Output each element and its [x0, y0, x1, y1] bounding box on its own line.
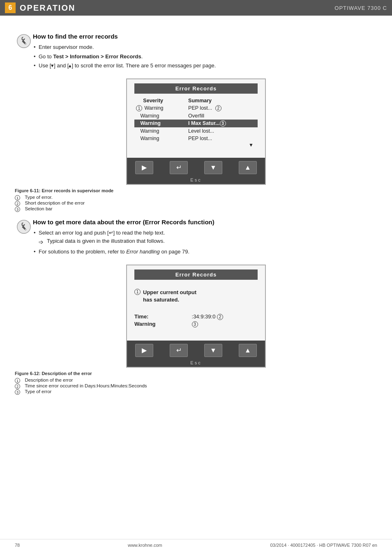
svg-point-3: [25, 229, 26, 230]
screen2-container: Error Records 1 Upper current outputhas …: [15, 265, 377, 368]
model-name: OPTIWAVE 7300 C: [334, 5, 387, 11]
figure1-note1: 1 Type of error.: [15, 195, 377, 200]
footer-doc: 03/2014 · 4000172405 · HB OPTIWAVE 7300 …: [270, 543, 377, 548]
row2-summary: Overfill: [187, 112, 258, 120]
figure2-caption: Figure 6-12: Description of the error: [15, 371, 377, 376]
bullet-3: Use [▾] and [▴] to scroll the error list…: [33, 62, 377, 70]
wrench-icon: [15, 34, 33, 48]
section2: How to get more data about the error (Er…: [15, 219, 377, 257]
nav2-enter-btn[interactable]: ↵: [170, 344, 188, 357]
note1-icon: 1: [15, 195, 20, 200]
table-row: Warning Level lost...: [134, 127, 258, 135]
row4-summary: Level lost...: [187, 127, 258, 135]
screen2-note1-circle: 1: [134, 289, 141, 295]
figure1-notes: 1 Type of error. 2 Short description of …: [15, 195, 377, 211]
figure2-notes: 1 Description of the error 2 Time since …: [15, 378, 377, 394]
section1: How to find the error records Enter supe…: [15, 33, 377, 71]
figure2-note1: 1 Description of the error: [15, 378, 377, 382]
table-row: 1 Warning PEP lost... 2: [134, 104, 258, 112]
section1-content: How to find the error records Enter supe…: [33, 33, 377, 71]
row1-summary: PEP lost... 2: [187, 104, 258, 112]
screen2-info: Time: :34:9:39:0 2 Warning 3: [134, 313, 258, 327]
table-row: Warning Overfill: [134, 112, 258, 120]
note2-circle: 2: [215, 105, 221, 111]
figure1-caption: Figure 6-11: Error records in supervisor…: [15, 188, 377, 193]
figure1-note2: 2 Short description of the error: [15, 200, 377, 205]
f2-note2-icon: 2: [15, 384, 20, 389]
page-content: How to find the error records Enter supe…: [0, 16, 392, 410]
row5-severity: Warning: [134, 135, 187, 142]
figure2-note3: 3 Type of error: [15, 389, 377, 394]
screen2-title: Error Records: [134, 269, 258, 280]
bullet-2: Go to Test > Information > Error Records…: [33, 53, 377, 61]
col-severity: Severity: [134, 97, 187, 104]
section1-bullets: Enter supervisor mode. Go to Test > Info…: [33, 43, 377, 70]
screen1-title: Error Records: [134, 83, 258, 94]
screen2-note2-circle: 2: [217, 314, 223, 320]
row3-summary: I Max Satur...3: [187, 120, 258, 127]
scroll-down-indicator: ▼: [134, 142, 258, 148]
screen2-note3-circle: 3: [192, 321, 198, 327]
row1-severity: 1 Warning: [134, 104, 187, 112]
figure2-note2: 2 Time since error occurred in Days:Hour…: [15, 383, 377, 388]
screen1: Error Records Severity Summary 1 Warning…: [126, 78, 266, 185]
chapter-title: OPERATION: [20, 3, 334, 13]
screen2-message: 1 Upper current outputhas saturated.: [134, 289, 258, 304]
screen1-nav: ▶ ↵ ▼ ▲: [127, 158, 265, 177]
screen2-nav: ▶ ↵ ▼ ▲: [127, 341, 265, 359]
screen2-message-text: Upper current outputhas saturated.: [143, 289, 196, 304]
note3-icon: 3: [15, 207, 20, 212]
f2-note1-icon: 1: [15, 378, 20, 383]
section2-content: How to get more data about the error (Er…: [33, 219, 377, 257]
row3-severity: Warning: [134, 120, 187, 127]
warning-note: 3: [192, 321, 258, 327]
table-row: Warning PEP lost...: [134, 135, 258, 142]
nav2-up-btn[interactable]: ▲: [239, 344, 257, 357]
nav-enter-btn[interactable]: ↵: [170, 161, 188, 174]
figure1-note3: 3 Selection bar: [15, 206, 377, 211]
screen1-inner: Error Records Severity Summary 1 Warning…: [127, 79, 265, 154]
result-text: Typical data is given in the illustratio…: [47, 238, 165, 244]
screen1-container: Error Records Severity Summary 1 Warning…: [15, 78, 377, 185]
esc-bar: Esc: [127, 177, 265, 184]
header-bar: 6 OPERATION OPTIWAVE 7300 C: [0, 0, 392, 16]
row4-severity: Warning: [134, 127, 187, 135]
nav2-down-btn[interactable]: ▼: [204, 344, 222, 357]
warning-label: Warning: [134, 321, 189, 327]
col-summary: Summary: [187, 97, 258, 104]
note2-icon: 2: [15, 201, 20, 206]
chapter-number: 6: [5, 2, 16, 13]
section2-heading: How to get more data about the error (Er…: [33, 219, 377, 226]
footer-page: 78: [15, 543, 20, 548]
bullet-1: Enter supervisor mode.: [33, 43, 377, 51]
note3-circle: 3: [220, 120, 226, 127]
nav-right-btn[interactable]: ▶: [135, 161, 153, 174]
esc-bar-2: Esc: [127, 359, 265, 367]
time-label: Time:: [134, 313, 189, 320]
nav-up-btn[interactable]: ▲: [239, 161, 257, 174]
row5-summary: PEP lost...: [187, 135, 258, 142]
section2-bullet1: Select an error log and push [↵] to read…: [33, 229, 377, 237]
screen2: Error Records 1 Upper current outputhas …: [126, 265, 266, 368]
time-value: :34:9:39:0 2: [192, 313, 258, 320]
note1-circle: 1: [136, 105, 142, 111]
section2-bullet2: For solutions to the problem, refer to E…: [33, 248, 377, 256]
section1-heading: How to find the error records: [33, 33, 377, 40]
table-row-highlighted: Warning I Max Satur...3: [134, 120, 258, 127]
page-footer: 78 www.krohne.com 03/2014 · 4000172405 ·…: [0, 539, 392, 548]
screen2-body: Error Records 1 Upper current outputhas …: [127, 265, 265, 336]
result-arrow-icon: ➩: [39, 238, 44, 246]
svg-point-1: [25, 43, 26, 44]
screen1-table: Severity Summary 1 Warning PEP lost... 2…: [134, 97, 258, 142]
row2-severity: Warning: [134, 112, 187, 120]
wrench-icon-2: [15, 219, 33, 234]
nav2-right-btn[interactable]: ▶: [135, 344, 153, 357]
footer-website: www.krohne.com: [128, 543, 162, 548]
section2-bullets2: For solutions to the problem, refer to E…: [33, 248, 377, 256]
f2-note3-icon: 3: [15, 389, 20, 395]
section2-bullets: Select an error log and push [↵] to read…: [33, 229, 377, 237]
result-bullet: ➩ Typical data is given in the illustrat…: [39, 238, 377, 246]
nav-down-btn[interactable]: ▼: [204, 161, 222, 174]
